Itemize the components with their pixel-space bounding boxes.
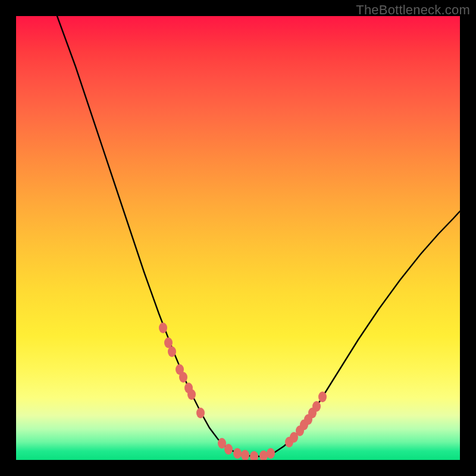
curve-marker <box>233 448 242 459</box>
curve-marker <box>259 450 268 460</box>
watermark-text: TheBottleneck.com <box>356 2 470 18</box>
curve-layer <box>16 16 460 460</box>
plot-area <box>16 16 460 460</box>
curve-marker <box>168 346 176 357</box>
bottleneck-curve <box>57 16 460 456</box>
curve-marker <box>187 389 196 400</box>
marker-group <box>159 322 327 460</box>
curve-marker <box>250 451 258 460</box>
curve-marker <box>179 372 187 383</box>
chart-frame: TheBottleneck.com <box>0 0 476 476</box>
curve-marker <box>224 444 233 455</box>
curve-marker <box>318 392 327 402</box>
curve-marker <box>267 448 275 459</box>
curve-marker <box>159 322 167 333</box>
curve-marker <box>241 450 249 460</box>
curve-marker <box>312 401 321 412</box>
curve-marker <box>196 408 205 418</box>
curve-marker <box>304 414 312 425</box>
